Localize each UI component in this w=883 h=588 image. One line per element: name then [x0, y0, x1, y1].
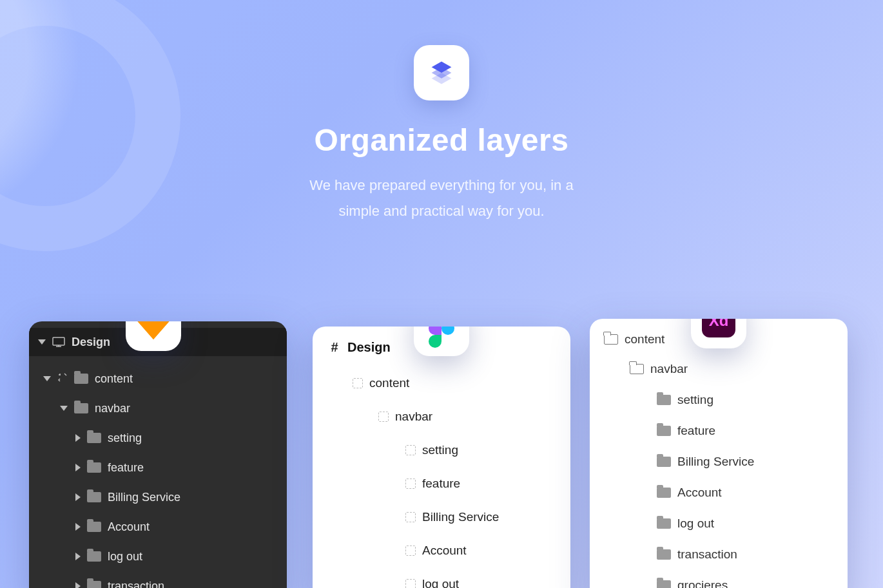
layer-row[interactable]: log out [29, 542, 287, 571]
layer-label: feature [422, 477, 460, 491]
chevron-right-icon [75, 434, 81, 442]
layer-row[interactable]: Account [590, 477, 848, 508]
layer-label: transaction [677, 547, 737, 562]
layer-row-navbar[interactable]: navbar [313, 400, 570, 433]
layer-label: feature [108, 461, 144, 475]
hero-title: Organized layers [0, 122, 883, 158]
svg-marker-7 [135, 321, 153, 339]
folder-icon [657, 395, 671, 405]
folder-icon [657, 549, 671, 560]
layer-row[interactable]: log out [590, 508, 848, 539]
folder-icon [87, 522, 101, 532]
layer-row[interactable]: Account [313, 534, 570, 567]
folder-icon [657, 518, 671, 529]
layer-label: content [625, 332, 665, 346]
layer-row[interactable]: transaction [29, 571, 287, 588]
layer-label: navbar [95, 402, 130, 415]
folder-icon [87, 551, 101, 562]
layer-row[interactable]: setting [29, 423, 287, 453]
chevron-right-icon [75, 582, 81, 588]
layer-row[interactable]: Billing Service [313, 500, 570, 534]
layer-label: Billing Service [108, 491, 180, 504]
layer-label: setting [422, 443, 458, 457]
layer-label: Account [422, 544, 467, 558]
figma-layers-panel: # Design content navbar setting feature … [313, 327, 570, 588]
layer-label: log out [422, 577, 459, 588]
layer-label: transaction [108, 580, 164, 589]
folder-icon [74, 403, 88, 413]
folder-icon [87, 581, 101, 588]
chevron-right-icon [75, 464, 81, 471]
frame-title: Design [347, 340, 391, 355]
chevron-down-icon [38, 339, 46, 345]
folder-icon [74, 374, 88, 384]
layer-row[interactable]: grocieres [590, 570, 848, 588]
folder-outline-icon [630, 364, 644, 374]
layer-row[interactable]: feature [313, 467, 570, 500]
chevron-right-icon [75, 523, 81, 531]
hero-layers-icon [414, 45, 469, 100]
hero-subtitle-line: simple and practical way for you. [338, 203, 544, 219]
folder-icon [657, 426, 671, 436]
artboard-icon [52, 337, 65, 347]
sketch-logo-chip [126, 321, 181, 351]
layer-row[interactable]: setting [590, 384, 848, 415]
layer-row-navbar[interactable]: navbar [29, 394, 287, 423]
layer-label: log out [677, 517, 714, 531]
frame-icon [405, 579, 416, 588]
xd-logo-chip: Xd [691, 319, 746, 348]
frame-icon: # [328, 340, 341, 355]
xd-badge-icon: Xd [702, 319, 735, 337]
folder-icon [657, 457, 671, 467]
layer-label: Account [108, 520, 150, 534]
layer-row-navbar[interactable]: navbar [590, 354, 848, 384]
chevron-down-icon [60, 406, 68, 411]
layer-row[interactable]: Billing Service [29, 482, 287, 512]
frame-icon [353, 378, 363, 388]
layer-label: setting [677, 393, 713, 407]
frame-icon [405, 445, 416, 455]
layer-label: grocieres [677, 578, 728, 588]
frame-icon [405, 512, 416, 522]
svg-marker-2 [432, 73, 452, 84]
layer-row[interactable]: log out [313, 567, 570, 588]
layer-row[interactable]: transaction [590, 539, 848, 570]
folder-icon [657, 580, 671, 588]
chevron-right-icon [75, 493, 81, 501]
layer-row[interactable]: setting [313, 433, 570, 467]
folder-outline-icon [604, 334, 618, 345]
layer-label: setting [108, 432, 142, 445]
layer-row[interactable]: Billing Service [590, 446, 848, 477]
symbol-icon [57, 372, 68, 386]
layer-label: navbar [650, 362, 688, 376]
layer-row[interactable]: feature [29, 453, 287, 482]
folder-icon [87, 462, 101, 473]
frame-icon [405, 545, 416, 556]
svg-point-13 [442, 327, 454, 335]
layer-label: Billing Service [422, 510, 499, 524]
layer-label: content [95, 372, 133, 386]
xd-layers-panel: Xd content navbar setting feature Billin… [590, 319, 848, 588]
sketch-layers-panel: Design content navbar setting feature [29, 321, 287, 588]
layer-row[interactable]: Account [29, 512, 287, 542]
layer-label: Billing Service [677, 455, 754, 469]
layer-label: Account [677, 486, 722, 500]
svg-rect-10 [53, 337, 64, 345]
hero-subtitle-line: We have prepared everything for you, in … [309, 177, 573, 193]
layer-row-content[interactable]: content [29, 364, 287, 394]
figma-logo-chip [414, 327, 469, 356]
folder-icon [87, 433, 101, 443]
frame-icon [405, 479, 416, 489]
frame-icon [378, 412, 389, 422]
layer-label: log out [108, 550, 142, 564]
artboard-title: Design [72, 336, 110, 349]
chevron-down-icon [43, 376, 51, 381]
folder-icon [87, 492, 101, 502]
svg-marker-8 [153, 321, 171, 339]
layer-row[interactable]: feature [590, 415, 848, 446]
chevron-right-icon [75, 553, 81, 560]
folder-icon [657, 488, 671, 498]
layer-row-content[interactable]: content [313, 366, 570, 400]
layer-label: navbar [395, 410, 432, 424]
layer-label: content [369, 376, 409, 390]
